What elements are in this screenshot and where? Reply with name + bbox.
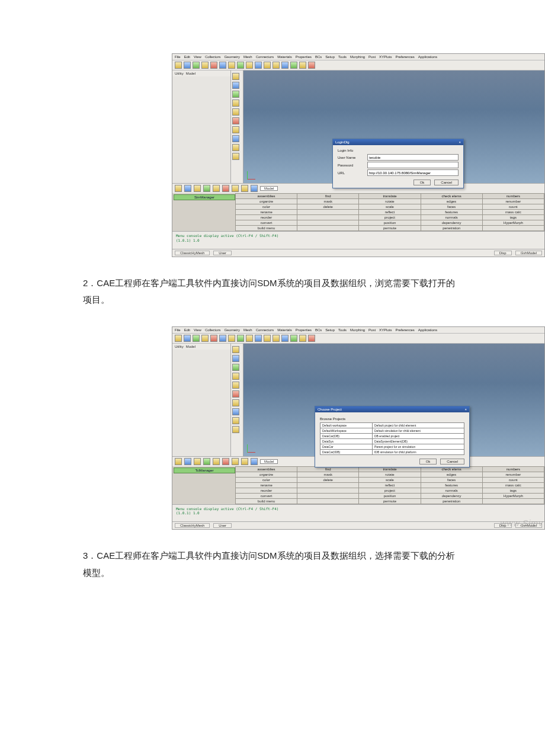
vtool-icon[interactable] (232, 417, 239, 424)
grid-cell[interactable]: reflect (359, 482, 421, 488)
grid-cell[interactable]: dependency (421, 220, 482, 226)
menu-item[interactable]: Collectors (205, 328, 221, 332)
menu-item[interactable]: Mesh (243, 55, 252, 59)
toolbar-icon[interactable] (272, 335, 280, 342)
toolbar-icon[interactable] (255, 62, 262, 69)
tool-icon[interactable] (241, 458, 248, 465)
tool-icon[interactable] (175, 458, 182, 465)
tool-icon[interactable] (194, 458, 201, 465)
tool-icon[interactable] (222, 185, 229, 192)
grid-cell[interactable]: HyperMorph (482, 493, 544, 498)
menu-item[interactable]: XYPlots (379, 328, 392, 332)
menu-item[interactable]: Properties (296, 55, 312, 59)
toolbar-icon[interactable] (264, 62, 271, 69)
vtool-icon[interactable] (232, 364, 239, 371)
menu-item[interactable]: Setup (325, 55, 335, 59)
menu-item[interactable]: Applications (418, 328, 437, 332)
tool-icon[interactable] (194, 185, 201, 192)
tool-icon[interactable] (251, 185, 258, 192)
3d-viewport[interactable]: LoginDlg × Login Info User Name Password (243, 71, 544, 183)
grid-header-cell[interactable]: find (297, 194, 359, 199)
tool-icon[interactable] (213, 458, 220, 465)
grid-header-cell[interactable]: numbers (482, 194, 544, 199)
grid-cell[interactable]: mask (297, 472, 359, 477)
vtool-icon[interactable] (232, 91, 239, 98)
cancel-button[interactable]: Cancel (440, 459, 464, 465)
grid-cell[interactable]: organize (236, 199, 297, 204)
menu-item[interactable]: XYPlots (379, 55, 392, 59)
grid-cell[interactable]: penetration (421, 498, 482, 504)
vtool-icon[interactable] (232, 73, 239, 80)
tool-icon[interactable] (184, 185, 191, 192)
grid-cell[interactable]: mass calc (482, 482, 544, 488)
project-row[interactable]: DefaultWorkspaceDefault simulation for c… (320, 428, 464, 433)
grid-header-cell[interactable]: assemblies (236, 466, 297, 472)
grid-cell[interactable]: color (236, 204, 297, 210)
grid-cell[interactable]: faces (421, 204, 482, 210)
tool-icon[interactable] (232, 458, 239, 465)
toolbar-icon[interactable] (201, 62, 209, 69)
grid-cell[interactable]: tags (482, 488, 544, 493)
grid-cell[interactable]: permute (359, 498, 421, 504)
toolbar-icon[interactable] (193, 62, 200, 69)
vtool-icon[interactable] (232, 82, 239, 89)
grid-header-cell[interactable]: numbers (482, 466, 544, 472)
menu-item[interactable]: Post (368, 55, 376, 59)
vtool-icon[interactable] (232, 426, 239, 433)
grid-cell[interactable]: reorder (236, 488, 297, 493)
tool-icon[interactable] (251, 458, 258, 465)
grid-cell[interactable]: scale (359, 204, 421, 210)
menu-item[interactable]: Setup (325, 328, 335, 332)
close-icon[interactable]: × (464, 408, 467, 411)
grid-cell[interactable]: count (482, 204, 544, 210)
vtool-icon[interactable] (232, 390, 239, 398)
grid-cell[interactable]: project (359, 215, 421, 220)
vtool-icon[interactable] (232, 346, 239, 353)
grid-cell[interactable]: convert (236, 493, 297, 498)
vtool-icon[interactable] (232, 153, 239, 160)
menu-item[interactable]: Properties (296, 328, 312, 332)
grid-cell[interactable]: rename (236, 482, 297, 488)
tool-icon[interactable] (184, 458, 191, 465)
grid-cell[interactable]: organize (236, 472, 297, 477)
grid-cell[interactable]: build menu (236, 498, 297, 504)
menu-item[interactable]: Tools (338, 55, 347, 59)
grid-cell[interactable]: convert (236, 220, 297, 226)
toolbar-icon[interactable] (264, 335, 271, 342)
vtool-icon[interactable] (232, 382, 239, 389)
menu-item[interactable]: Connectors (256, 328, 274, 332)
grid-header-cell[interactable]: translate (359, 194, 421, 199)
grid-cell[interactable]: penetration (421, 226, 482, 231)
toolbar-icon[interactable] (210, 335, 217, 342)
vtool-icon[interactable] (232, 108, 239, 116)
menu-item[interactable]: Preferences (395, 55, 414, 59)
toolbar-icon[interactable] (175, 62, 182, 69)
toolbar-icon[interactable] (184, 335, 191, 342)
toolbar-icon[interactable] (228, 335, 235, 342)
menu-item[interactable]: Geometry (225, 55, 240, 59)
menu-item[interactable]: View (194, 328, 201, 332)
toolbar-icon[interactable] (290, 62, 297, 69)
menu-item[interactable]: Materials (277, 328, 291, 332)
grid-cell[interactable]: dependency (421, 493, 482, 498)
tool-icon[interactable] (213, 185, 220, 192)
grid-cell[interactable]: position (359, 220, 421, 226)
vtool-icon[interactable] (232, 408, 239, 415)
grid-cell[interactable]: rotate (359, 199, 421, 204)
toolbar-icon[interactable] (308, 335, 315, 342)
tool-icon[interactable] (203, 458, 210, 465)
toolbar-icon[interactable] (175, 335, 182, 342)
grid-cell[interactable]: position (359, 493, 421, 498)
project-row[interactable]: DataCar(IDB)IDB simulation for child pla… (320, 449, 464, 454)
grid-header-cell[interactable]: check elems (421, 194, 482, 199)
vtool-icon[interactable] (232, 399, 239, 406)
toolbar-icon[interactable] (237, 335, 244, 342)
menu-item[interactable]: Connectors (256, 55, 274, 59)
vtool-icon[interactable] (232, 355, 239, 362)
grid-cell[interactable]: faces (421, 477, 482, 482)
grid-cell[interactable]: edges (421, 472, 482, 477)
grid-cell[interactable]: mask (297, 199, 359, 204)
vtool-icon[interactable] (232, 126, 239, 133)
cancel-button[interactable]: Cancel (434, 180, 459, 185)
project-row[interactable]: DataCar(DB)DB enabled project (320, 433, 464, 438)
